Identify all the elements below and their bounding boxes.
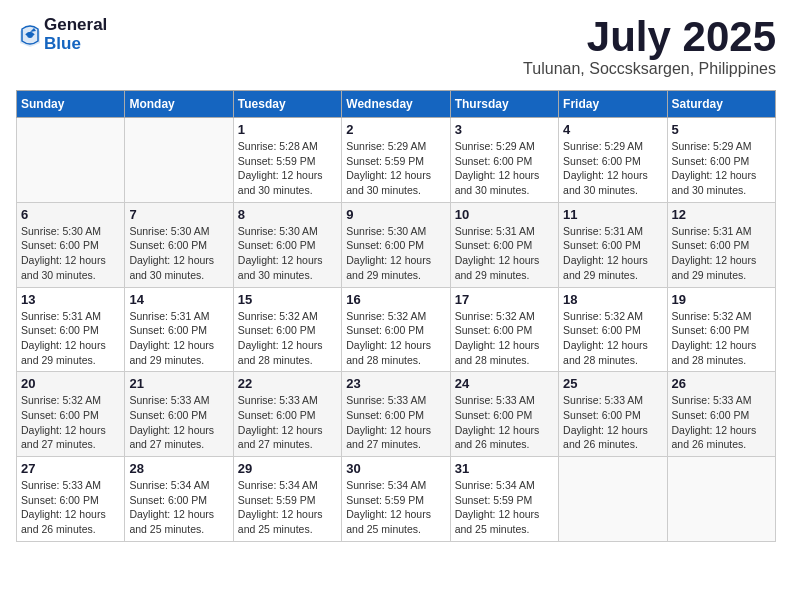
- day-info: Sunrise: 5:30 AMSunset: 6:00 PMDaylight:…: [346, 224, 445, 283]
- day-cell: 6Sunrise: 5:30 AMSunset: 6:00 PMDaylight…: [17, 202, 125, 287]
- logo: General Blue: [16, 16, 107, 53]
- day-info: Sunrise: 5:30 AMSunset: 6:00 PMDaylight:…: [21, 224, 120, 283]
- logo-general: General: [44, 16, 107, 35]
- day-info: Sunrise: 5:31 AMSunset: 6:00 PMDaylight:…: [129, 309, 228, 368]
- day-info: Sunrise: 5:29 AMSunset: 6:00 PMDaylight:…: [672, 139, 771, 198]
- day-number: 30: [346, 461, 445, 476]
- day-cell: [667, 457, 775, 542]
- weekday-header-thursday: Thursday: [450, 91, 558, 118]
- weekday-header-monday: Monday: [125, 91, 233, 118]
- weekday-header-wednesday: Wednesday: [342, 91, 450, 118]
- day-number: 19: [672, 292, 771, 307]
- weekday-header-friday: Friday: [559, 91, 667, 118]
- day-info: Sunrise: 5:31 AMSunset: 6:00 PMDaylight:…: [21, 309, 120, 368]
- day-info: Sunrise: 5:32 AMSunset: 6:00 PMDaylight:…: [563, 309, 662, 368]
- day-info: Sunrise: 5:33 AMSunset: 6:00 PMDaylight:…: [455, 393, 554, 452]
- day-number: 22: [238, 376, 337, 391]
- day-cell: 25Sunrise: 5:33 AMSunset: 6:00 PMDayligh…: [559, 372, 667, 457]
- day-number: 1: [238, 122, 337, 137]
- day-number: 15: [238, 292, 337, 307]
- day-info: Sunrise: 5:29 AMSunset: 5:59 PMDaylight:…: [346, 139, 445, 198]
- day-info: Sunrise: 5:33 AMSunset: 6:00 PMDaylight:…: [129, 393, 228, 452]
- day-number: 16: [346, 292, 445, 307]
- day-number: 20: [21, 376, 120, 391]
- day-number: 8: [238, 207, 337, 222]
- day-number: 18: [563, 292, 662, 307]
- day-info: Sunrise: 5:33 AMSunset: 6:00 PMDaylight:…: [346, 393, 445, 452]
- day-cell: 29Sunrise: 5:34 AMSunset: 5:59 PMDayligh…: [233, 457, 341, 542]
- day-number: 2: [346, 122, 445, 137]
- day-info: Sunrise: 5:32 AMSunset: 6:00 PMDaylight:…: [455, 309, 554, 368]
- day-number: 14: [129, 292, 228, 307]
- day-cell: 18Sunrise: 5:32 AMSunset: 6:00 PMDayligh…: [559, 287, 667, 372]
- day-info: Sunrise: 5:32 AMSunset: 6:00 PMDaylight:…: [672, 309, 771, 368]
- month-title: July 2025: [523, 16, 776, 58]
- day-info: Sunrise: 5:29 AMSunset: 6:00 PMDaylight:…: [563, 139, 662, 198]
- day-cell: 8Sunrise: 5:30 AMSunset: 6:00 PMDaylight…: [233, 202, 341, 287]
- day-number: 10: [455, 207, 554, 222]
- day-cell: 26Sunrise: 5:33 AMSunset: 6:00 PMDayligh…: [667, 372, 775, 457]
- day-info: Sunrise: 5:32 AMSunset: 6:00 PMDaylight:…: [346, 309, 445, 368]
- day-cell: 24Sunrise: 5:33 AMSunset: 6:00 PMDayligh…: [450, 372, 558, 457]
- day-number: 11: [563, 207, 662, 222]
- day-cell: 22Sunrise: 5:33 AMSunset: 6:00 PMDayligh…: [233, 372, 341, 457]
- day-info: Sunrise: 5:30 AMSunset: 6:00 PMDaylight:…: [238, 224, 337, 283]
- day-info: Sunrise: 5:33 AMSunset: 6:00 PMDaylight:…: [238, 393, 337, 452]
- day-cell: 30Sunrise: 5:34 AMSunset: 5:59 PMDayligh…: [342, 457, 450, 542]
- day-cell: 5Sunrise: 5:29 AMSunset: 6:00 PMDaylight…: [667, 118, 775, 203]
- week-row-3: 13Sunrise: 5:31 AMSunset: 6:00 PMDayligh…: [17, 287, 776, 372]
- day-info: Sunrise: 5:31 AMSunset: 6:00 PMDaylight:…: [563, 224, 662, 283]
- day-number: 7: [129, 207, 228, 222]
- day-cell: 9Sunrise: 5:30 AMSunset: 6:00 PMDaylight…: [342, 202, 450, 287]
- day-cell: 31Sunrise: 5:34 AMSunset: 5:59 PMDayligh…: [450, 457, 558, 542]
- week-row-1: 1Sunrise: 5:28 AMSunset: 5:59 PMDaylight…: [17, 118, 776, 203]
- day-cell: 19Sunrise: 5:32 AMSunset: 6:00 PMDayligh…: [667, 287, 775, 372]
- day-cell: 23Sunrise: 5:33 AMSunset: 6:00 PMDayligh…: [342, 372, 450, 457]
- day-cell: 12Sunrise: 5:31 AMSunset: 6:00 PMDayligh…: [667, 202, 775, 287]
- page-header: General Blue July 2025 Tulunan, Soccsksa…: [16, 16, 776, 78]
- weekday-header-sunday: Sunday: [17, 91, 125, 118]
- logo-icon: [16, 21, 44, 49]
- day-number: 29: [238, 461, 337, 476]
- day-info: Sunrise: 5:31 AMSunset: 6:00 PMDaylight:…: [455, 224, 554, 283]
- day-cell: 7Sunrise: 5:30 AMSunset: 6:00 PMDaylight…: [125, 202, 233, 287]
- day-cell: 2Sunrise: 5:29 AMSunset: 5:59 PMDaylight…: [342, 118, 450, 203]
- day-info: Sunrise: 5:34 AMSunset: 6:00 PMDaylight:…: [129, 478, 228, 537]
- day-number: 31: [455, 461, 554, 476]
- calendar-table: SundayMondayTuesdayWednesdayThursdayFrid…: [16, 90, 776, 542]
- day-info: Sunrise: 5:34 AMSunset: 5:59 PMDaylight:…: [238, 478, 337, 537]
- day-info: Sunrise: 5:33 AMSunset: 6:00 PMDaylight:…: [672, 393, 771, 452]
- day-number: 24: [455, 376, 554, 391]
- day-number: 6: [21, 207, 120, 222]
- day-cell: 14Sunrise: 5:31 AMSunset: 6:00 PMDayligh…: [125, 287, 233, 372]
- day-info: Sunrise: 5:33 AMSunset: 6:00 PMDaylight:…: [563, 393, 662, 452]
- day-number: 3: [455, 122, 554, 137]
- title-block: July 2025 Tulunan, Soccsksargen, Philipp…: [523, 16, 776, 78]
- day-info: Sunrise: 5:34 AMSunset: 5:59 PMDaylight:…: [346, 478, 445, 537]
- day-cell: 28Sunrise: 5:34 AMSunset: 6:00 PMDayligh…: [125, 457, 233, 542]
- day-cell: 21Sunrise: 5:33 AMSunset: 6:00 PMDayligh…: [125, 372, 233, 457]
- day-number: 12: [672, 207, 771, 222]
- weekday-header-row: SundayMondayTuesdayWednesdayThursdayFrid…: [17, 91, 776, 118]
- day-cell: 27Sunrise: 5:33 AMSunset: 6:00 PMDayligh…: [17, 457, 125, 542]
- day-cell: 11Sunrise: 5:31 AMSunset: 6:00 PMDayligh…: [559, 202, 667, 287]
- day-cell: 3Sunrise: 5:29 AMSunset: 6:00 PMDaylight…: [450, 118, 558, 203]
- day-info: Sunrise: 5:29 AMSunset: 6:00 PMDaylight:…: [455, 139, 554, 198]
- day-cell: [17, 118, 125, 203]
- day-number: 26: [672, 376, 771, 391]
- svg-point-1: [27, 32, 33, 38]
- week-row-2: 6Sunrise: 5:30 AMSunset: 6:00 PMDaylight…: [17, 202, 776, 287]
- day-number: 4: [563, 122, 662, 137]
- logo-blue: Blue: [44, 35, 107, 54]
- day-info: Sunrise: 5:34 AMSunset: 5:59 PMDaylight:…: [455, 478, 554, 537]
- day-cell: 15Sunrise: 5:32 AMSunset: 6:00 PMDayligh…: [233, 287, 341, 372]
- week-row-5: 27Sunrise: 5:33 AMSunset: 6:00 PMDayligh…: [17, 457, 776, 542]
- weekday-header-tuesday: Tuesday: [233, 91, 341, 118]
- day-number: 9: [346, 207, 445, 222]
- week-row-4: 20Sunrise: 5:32 AMSunset: 6:00 PMDayligh…: [17, 372, 776, 457]
- day-cell: 17Sunrise: 5:32 AMSunset: 6:00 PMDayligh…: [450, 287, 558, 372]
- day-info: Sunrise: 5:28 AMSunset: 5:59 PMDaylight:…: [238, 139, 337, 198]
- day-cell: 16Sunrise: 5:32 AMSunset: 6:00 PMDayligh…: [342, 287, 450, 372]
- day-number: 5: [672, 122, 771, 137]
- day-number: 27: [21, 461, 120, 476]
